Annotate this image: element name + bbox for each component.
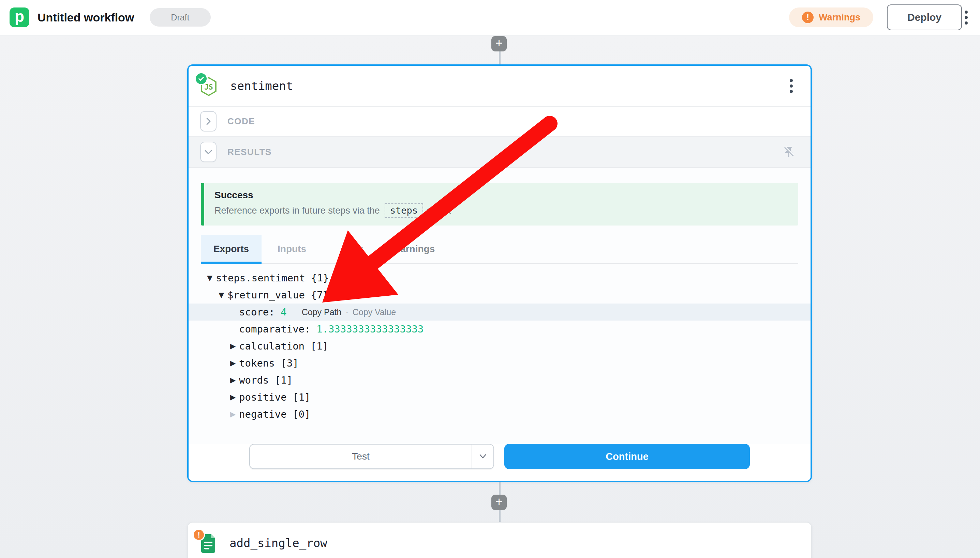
success-banner: Success Reference exports in future step…: [201, 183, 798, 225]
results-toggle-button[interactable]: [200, 142, 217, 162]
svg-text:JS: JS: [204, 83, 213, 91]
tree-key: steps.sentiment: [216, 272, 305, 284]
alert-badge-icon: [193, 529, 205, 541]
warnings-button[interactable]: Warnings: [789, 8, 873, 27]
step-menu-button[interactable]: [787, 75, 796, 97]
tree-row-tokens[interactable]: tokens [3]: [189, 354, 810, 372]
step-header[interactable]: add_single_row: [188, 523, 811, 558]
expand-triangle-icon[interactable]: [230, 376, 239, 384]
unpin-icon[interactable]: [782, 146, 795, 158]
deploy-button[interactable]: Deploy: [887, 5, 962, 30]
tree-key: $return_value: [227, 289, 305, 301]
nodejs-icon: JS: [198, 75, 219, 97]
test-button-label[interactable]: Test: [250, 445, 471, 468]
tree-row-positive[interactable]: positive [1]: [189, 389, 810, 406]
expand-triangle-icon[interactable]: [230, 359, 239, 367]
workflow-canvas: JS sentiment CODE RESULTS: [0, 35, 980, 558]
results-section-row[interactable]: RESULTS: [189, 136, 810, 168]
copy-value-button[interactable]: Copy Value: [352, 307, 396, 317]
tree-meta: [0]: [287, 409, 311, 420]
tree-row-steps-sentiment[interactable]: steps.sentiment {1}: [189, 269, 810, 287]
status-badge: Draft: [150, 8, 211, 26]
collapse-triangle-icon[interactable]: [219, 291, 227, 299]
tree-row-comparative[interactable]: comparative: 1.3333333333333333: [189, 320, 810, 338]
warnings-label: Warnings: [819, 12, 860, 23]
tree-value: 1.3333333333333333: [316, 323, 423, 335]
step-footer: Test Continue: [189, 444, 810, 481]
tree-key: comparative:: [239, 323, 316, 335]
tree-key: score:: [239, 306, 281, 318]
tree-meta: [1]: [287, 391, 311, 403]
expand-triangle-icon[interactable]: [230, 393, 239, 401]
tree-key: negative: [239, 409, 287, 420]
tree-key: calculation: [239, 340, 305, 352]
tree-meta: [1]: [269, 374, 293, 386]
collapse-triangle-icon[interactable]: [207, 274, 216, 282]
exports-tree: steps.sentiment {1} $return_value {7} sc…: [189, 269, 810, 423]
tree-key: tokens: [239, 357, 275, 369]
success-title: Success: [214, 190, 790, 201]
tree-meta: {1}: [305, 272, 329, 284]
test-button[interactable]: Test: [249, 444, 494, 469]
tree-row-calculation[interactable]: calculation [1]: [189, 338, 810, 354]
expand-triangle-icon[interactable]: [230, 410, 239, 419]
pipedream-logo: p: [10, 8, 29, 27]
workflow-title[interactable]: Untitled workflow: [38, 11, 134, 24]
copy-path-button[interactable]: Copy Path: [302, 307, 342, 317]
test-dropdown-button[interactable]: [471, 445, 493, 468]
more-options-button[interactable]: [962, 7, 970, 28]
tree-value: 4: [281, 306, 287, 318]
results-panel: Success Reference exports in future step…: [189, 168, 810, 481]
tree-row-negative[interactable]: negative [0]: [189, 406, 810, 423]
top-bar: p Untitled workflow Draft Warnings Deplo…: [0, 0, 980, 35]
code-toggle-button[interactable]: [200, 111, 217, 131]
chevron-down-icon: [204, 148, 213, 156]
tree-meta: [1]: [305, 340, 328, 352]
add-step-button-top[interactable]: [491, 36, 507, 51]
step-card-sentiment: JS sentiment CODE RESULTS: [187, 64, 812, 482]
results-section-label: RESULTS: [227, 147, 272, 158]
step-title: sentiment: [230, 79, 293, 93]
tree-meta: [3]: [275, 357, 299, 369]
tab-inputs[interactable]: Inputs: [262, 235, 322, 263]
check-badge-icon: [195, 72, 208, 85]
tree-key: words: [239, 374, 269, 386]
code-section-row[interactable]: CODE: [189, 107, 810, 136]
tree-key: positive: [239, 391, 287, 403]
warning-icon: [802, 11, 814, 23]
continue-button[interactable]: Continue: [504, 444, 750, 469]
results-tabs: Exports Inputs Logs Warnings: [201, 235, 798, 264]
copy-actions: Copy Path · Copy Value: [302, 307, 396, 317]
tab-exports[interactable]: Exports: [201, 235, 262, 263]
code-section-label: CODE: [227, 116, 255, 127]
steps-object-token: steps: [385, 204, 423, 218]
tree-meta: {7}: [305, 289, 329, 301]
success-message: Reference exports in future steps via th…: [214, 204, 790, 218]
step-card-add-single-row[interactable]: add_single_row: [187, 522, 812, 558]
tab-warnings[interactable]: Warnings: [383, 235, 444, 263]
copy-actions-separator: ·: [346, 307, 348, 317]
tree-row-return-value[interactable]: $return_value {7}: [189, 287, 810, 304]
tree-row-words[interactable]: words [1]: [189, 372, 810, 389]
tab-logs[interactable]: Logs: [322, 235, 383, 263]
success-message-suffix: object: [427, 205, 451, 216]
step-title: add_single_row: [229, 536, 327, 550]
tree-row-score[interactable]: score: 4 Copy Path · Copy Value: [189, 304, 810, 320]
add-step-button-middle[interactable]: [491, 495, 507, 510]
google-sheets-icon: [197, 532, 219, 554]
expand-triangle-icon[interactable]: [230, 342, 239, 350]
success-message-prefix: Reference exports in future steps via th…: [214, 205, 380, 216]
chevron-right-icon: [204, 117, 212, 126]
step-header[interactable]: JS sentiment: [189, 66, 810, 107]
chevron-down-icon: [479, 453, 487, 460]
